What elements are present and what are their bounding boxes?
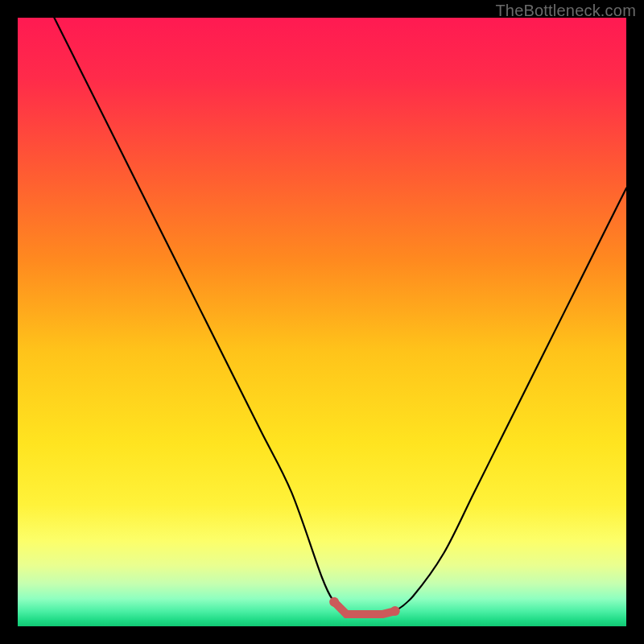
plot-area (18, 18, 626, 626)
attribution-text: TheBottleneck.com (495, 2, 636, 20)
marker-end-dot (390, 606, 400, 616)
optimal-region-marker (334, 602, 395, 614)
marker-layer (18, 18, 626, 626)
marker-start-dot (329, 597, 339, 607)
chart-stage: TheBottleneck.com (0, 0, 644, 644)
